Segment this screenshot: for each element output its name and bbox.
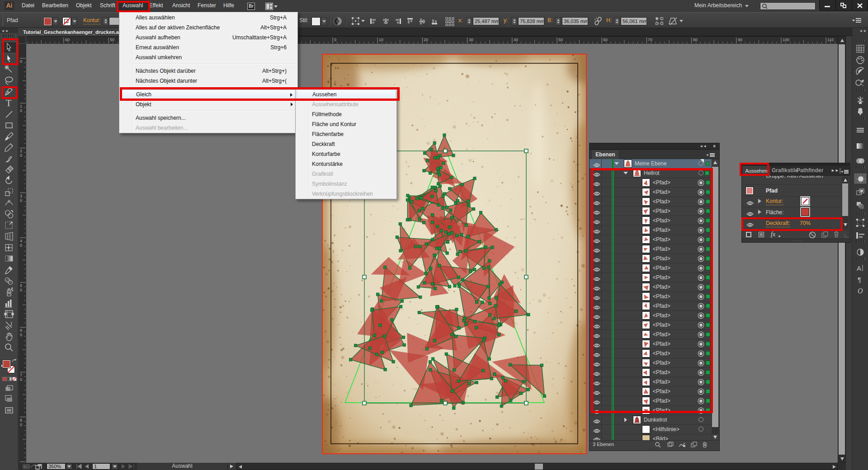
svg-text:100: 100 [783,38,789,42]
svg-text:60: 60 [603,38,608,42]
svg-text:6: 6 [20,328,22,333]
svg-text:T: T [6,98,11,108]
svg-text:2: 2 [20,149,22,153]
svg-text:20: 20 [424,38,428,42]
svg-text:0: 0 [20,108,22,113]
svg-text:0: 0 [20,59,22,64]
svg-text:0: 0 [20,243,22,248]
svg-text:1: 1 [20,104,22,108]
svg-text:80: 80 [693,38,698,42]
svg-text:0: 0 [20,153,22,158]
svg-text:50: 50 [558,38,563,42]
svg-text:60: 60 [65,38,70,42]
svg-text:0: 0 [20,423,22,427]
svg-text:10: 10 [379,38,383,42]
svg-text:3: 3 [20,194,22,198]
svg-text:¶: ¶ [858,276,861,283]
svg-text:A: A [857,264,861,272]
svg-text:110: 110 [827,38,834,42]
svg-text:90: 90 [738,38,742,42]
svg-text:70: 70 [648,38,652,42]
svg-text:0: 0 [20,333,22,337]
svg-text:8: 8 [20,418,22,423]
svg-text:0: 0 [20,288,22,292]
svg-text:50: 50 [110,38,114,42]
svg-text:0: 0 [20,377,22,382]
svg-text:4: 4 [20,239,22,243]
svg-text:30: 30 [469,38,473,42]
svg-text:5: 5 [20,283,22,288]
svg-text:O: O [858,287,863,295]
svg-text:7: 7 [20,373,22,377]
svg-text:0: 0 [20,198,22,203]
svg-text:40: 40 [514,38,518,42]
svg-text:0: 0 [334,38,336,42]
